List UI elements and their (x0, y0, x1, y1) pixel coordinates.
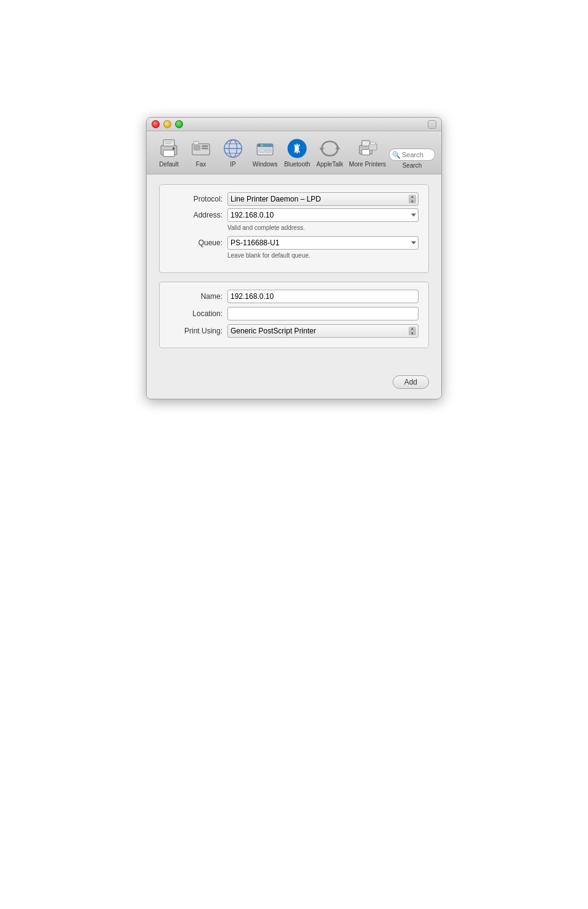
windows-icon (254, 137, 276, 160)
print-using-select-wrapper: Generic PostScript Printer (227, 324, 419, 338)
queue-input[interactable] (227, 236, 419, 250)
svg-point-3 (173, 147, 175, 150)
traffic-lights (152, 120, 183, 128)
svg-rect-24 (266, 151, 271, 153)
appletalk-icon (319, 137, 341, 160)
address-label: Address: (169, 211, 223, 219)
toolbar-label-fax: Fax (196, 161, 206, 168)
printer-icon (158, 137, 180, 160)
bluetooth-icon (286, 137, 308, 160)
toolbar-label-more-printers: More Printers (349, 161, 386, 168)
connection-section: Protocol: Line Printer Daemon – LPD Addr… (159, 184, 429, 273)
name-input[interactable] (227, 290, 419, 303)
main-content: Protocol: Line Printer Daemon – LPD Addr… (147, 174, 441, 369)
toolbar-label-bluetooth: Bluetooth (284, 161, 310, 168)
toolbar-label-default: Default (159, 161, 179, 168)
close-button[interactable] (152, 120, 160, 128)
svg-rect-4 (165, 141, 173, 142)
footer: Add (147, 369, 441, 399)
protocol-row: Protocol: Line Printer Daemon – LPD (169, 192, 419, 206)
toolbar-label-ip: IP (230, 161, 235, 168)
toolbar-item-more-printers[interactable]: More Printers (346, 136, 389, 169)
svg-rect-23 (266, 149, 271, 150)
fax-icon (190, 137, 212, 160)
svg-point-21 (264, 144, 266, 146)
more-printers-icon (356, 137, 378, 160)
toolbar-search: 🔍 Search (389, 149, 435, 169)
toolbar-item-windows[interactable]: Windows (249, 136, 281, 169)
print-using-select[interactable]: Generic PostScript Printer (227, 324, 419, 338)
print-using-row: Print Using: Generic PostScript Printer (169, 324, 419, 338)
svg-rect-35 (362, 149, 370, 155)
svg-point-20 (261, 144, 263, 146)
name-label: Name: (169, 292, 223, 301)
toolbar-item-default[interactable]: Default (153, 136, 185, 169)
svg-rect-8 (202, 145, 208, 147)
svg-rect-5 (165, 143, 171, 144)
queue-wrapper (227, 236, 419, 250)
svg-rect-7 (194, 145, 200, 150)
address-hint: Valid and complete address. (227, 224, 419, 231)
resize-button[interactable] (428, 120, 436, 129)
add-button[interactable]: Add (393, 375, 429, 389)
svg-rect-22 (259, 149, 265, 152)
print-using-label: Print Using: (169, 327, 223, 335)
toolbar-label-search: Search (402, 162, 422, 169)
toolbar-item-ip[interactable]: IP (217, 136, 249, 169)
svg-rect-34 (362, 141, 370, 146)
toolbar-label-appletalk: AppleTalk (316, 161, 343, 168)
svg-rect-2 (163, 150, 174, 157)
svg-rect-9 (202, 148, 208, 150)
protocol-select-wrapper: Line Printer Daemon – LPD (227, 192, 419, 206)
toolbar-label-windows: Windows (253, 161, 278, 168)
address-row: Address: (169, 208, 419, 222)
queue-label: Queue: (169, 238, 223, 247)
ip-icon (222, 137, 244, 160)
svg-marker-31 (335, 145, 340, 149)
maximize-button[interactable] (175, 120, 183, 128)
location-row: Location: (169, 307, 419, 320)
address-input[interactable] (227, 208, 419, 222)
svg-rect-38 (371, 142, 376, 145)
toolbar-item-bluetooth[interactable]: Bluetooth (281, 136, 313, 169)
svg-marker-32 (319, 148, 324, 152)
address-wrapper (227, 208, 419, 222)
title-bar (147, 118, 441, 131)
location-label: Location: (169, 309, 223, 318)
name-row: Name: (169, 290, 419, 303)
svg-point-19 (258, 144, 260, 146)
svg-rect-10 (194, 141, 198, 144)
toolbar: Default Fax (147, 131, 441, 174)
printer-info-section: Name: Location: Print Using: Generic Pos… (159, 282, 429, 348)
toolbar-item-fax[interactable]: Fax (185, 136, 217, 169)
protocol-label: Protocol: (169, 195, 223, 203)
search-wrapper: 🔍 (389, 149, 435, 161)
protocol-select[interactable]: Line Printer Daemon – LPD (227, 192, 419, 206)
printer-add-window: Default Fax (146, 117, 442, 399)
search-icon: 🔍 (392, 151, 401, 159)
queue-hint: Leave blank for default queue. (227, 252, 419, 259)
queue-row: Queue: (169, 236, 419, 250)
minimize-button[interactable] (163, 120, 171, 128)
location-input[interactable] (227, 307, 419, 320)
toolbar-item-appletalk[interactable]: AppleTalk (313, 136, 346, 169)
